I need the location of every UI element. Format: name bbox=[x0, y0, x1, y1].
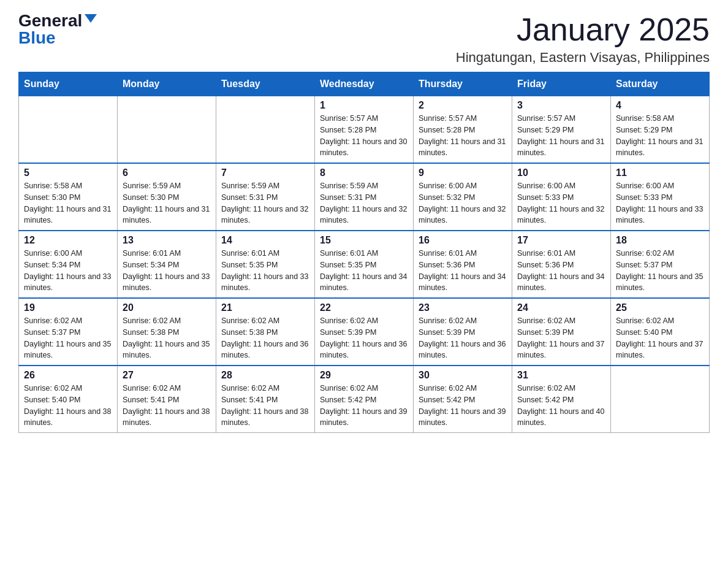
calendar-cell: 7Sunrise: 5:59 AM Sunset: 5:31 PM Daylig… bbox=[216, 163, 315, 231]
calendar-cell: 18Sunrise: 6:02 AM Sunset: 5:37 PM Dayli… bbox=[611, 231, 710, 298]
day-number: 24 bbox=[517, 302, 605, 313]
day-number: 26 bbox=[24, 370, 112, 381]
calendar-week-row: 5Sunrise: 5:58 AM Sunset: 5:30 PM Daylig… bbox=[19, 163, 710, 231]
day-info: Sunrise: 6:02 AM Sunset: 5:41 PM Dayligh… bbox=[221, 383, 309, 429]
day-number: 4 bbox=[616, 100, 704, 111]
day-info: Sunrise: 5:58 AM Sunset: 5:30 PM Dayligh… bbox=[24, 180, 112, 226]
day-info: Sunrise: 6:02 AM Sunset: 5:42 PM Dayligh… bbox=[419, 383, 507, 429]
calendar-subtitle: Hingatungan, Eastern Visayas, Philippine… bbox=[456, 50, 710, 66]
day-info: Sunrise: 6:01 AM Sunset: 5:36 PM Dayligh… bbox=[517, 248, 605, 294]
day-info: Sunrise: 6:02 AM Sunset: 5:37 PM Dayligh… bbox=[616, 248, 704, 294]
day-number: 18 bbox=[616, 235, 704, 246]
day-info: Sunrise: 5:59 AM Sunset: 5:30 PM Dayligh… bbox=[123, 180, 211, 226]
calendar-cell: 17Sunrise: 6:01 AM Sunset: 5:36 PM Dayli… bbox=[512, 231, 611, 298]
calendar-cell: 8Sunrise: 5:59 AM Sunset: 5:31 PM Daylig… bbox=[315, 163, 414, 231]
logo: General Blue bbox=[18, 12, 97, 47]
calendar-cell: 19Sunrise: 6:02 AM Sunset: 5:37 PM Dayli… bbox=[19, 298, 118, 366]
calendar-week-row: 12Sunrise: 6:00 AM Sunset: 5:34 PM Dayli… bbox=[19, 231, 710, 298]
column-header-tuesday: Tuesday bbox=[216, 72, 315, 96]
calendar-cell: 27Sunrise: 6:02 AM Sunset: 5:41 PM Dayli… bbox=[118, 366, 216, 433]
day-number: 13 bbox=[123, 235, 211, 246]
calendar-title: January 2025 bbox=[456, 12, 710, 47]
calendar-cell: 16Sunrise: 6:01 AM Sunset: 5:36 PM Dayli… bbox=[414, 231, 512, 298]
day-number: 20 bbox=[123, 302, 211, 313]
day-info: Sunrise: 5:57 AM Sunset: 5:28 PM Dayligh… bbox=[320, 113, 408, 159]
day-number: 9 bbox=[419, 167, 507, 178]
day-number: 19 bbox=[24, 302, 112, 313]
calendar-header-row: SundayMondayTuesdayWednesdayThursdayFrid… bbox=[19, 72, 710, 96]
column-header-wednesday: Wednesday bbox=[315, 72, 414, 96]
calendar-cell: 26Sunrise: 6:02 AM Sunset: 5:40 PM Dayli… bbox=[19, 366, 118, 433]
day-info: Sunrise: 6:02 AM Sunset: 5:42 PM Dayligh… bbox=[517, 383, 605, 429]
calendar-cell: 12Sunrise: 6:00 AM Sunset: 5:34 PM Dayli… bbox=[19, 231, 118, 298]
calendar-cell: 10Sunrise: 6:00 AM Sunset: 5:33 PM Dayli… bbox=[512, 163, 611, 231]
day-info: Sunrise: 6:02 AM Sunset: 5:37 PM Dayligh… bbox=[24, 315, 112, 361]
day-info: Sunrise: 6:01 AM Sunset: 5:34 PM Dayligh… bbox=[123, 248, 211, 294]
day-number: 11 bbox=[616, 167, 704, 178]
calendar-cell: 25Sunrise: 6:02 AM Sunset: 5:40 PM Dayli… bbox=[611, 298, 710, 366]
day-number: 29 bbox=[320, 370, 408, 381]
day-info: Sunrise: 6:00 AM Sunset: 5:33 PM Dayligh… bbox=[517, 180, 605, 226]
day-info: Sunrise: 6:01 AM Sunset: 5:35 PM Dayligh… bbox=[320, 248, 408, 294]
day-number: 7 bbox=[221, 167, 309, 178]
calendar-cell: 9Sunrise: 6:00 AM Sunset: 5:32 PM Daylig… bbox=[414, 163, 512, 231]
day-number: 1 bbox=[320, 100, 408, 111]
calendar-cell: 31Sunrise: 6:02 AM Sunset: 5:42 PM Dayli… bbox=[512, 366, 611, 433]
day-info: Sunrise: 6:01 AM Sunset: 5:35 PM Dayligh… bbox=[221, 248, 309, 294]
day-info: Sunrise: 5:58 AM Sunset: 5:29 PM Dayligh… bbox=[616, 113, 704, 159]
day-number: 28 bbox=[221, 370, 309, 381]
calendar-cell: 2Sunrise: 5:57 AM Sunset: 5:28 PM Daylig… bbox=[414, 96, 512, 164]
calendar-cell: 4Sunrise: 5:58 AM Sunset: 5:29 PM Daylig… bbox=[611, 96, 710, 164]
calendar-cell bbox=[19, 96, 118, 164]
day-info: Sunrise: 6:02 AM Sunset: 5:42 PM Dayligh… bbox=[320, 383, 408, 429]
day-info: Sunrise: 5:57 AM Sunset: 5:28 PM Dayligh… bbox=[419, 113, 507, 159]
day-number: 12 bbox=[24, 235, 112, 246]
column-header-saturday: Saturday bbox=[611, 72, 710, 96]
day-number: 25 bbox=[616, 302, 704, 313]
calendar-week-row: 1Sunrise: 5:57 AM Sunset: 5:28 PM Daylig… bbox=[19, 96, 710, 164]
day-info: Sunrise: 6:02 AM Sunset: 5:39 PM Dayligh… bbox=[517, 315, 605, 361]
day-number: 31 bbox=[517, 370, 605, 381]
calendar-cell: 30Sunrise: 6:02 AM Sunset: 5:42 PM Dayli… bbox=[414, 366, 512, 433]
logo-triangle-icon bbox=[85, 14, 97, 23]
calendar-cell: 23Sunrise: 6:02 AM Sunset: 5:39 PM Dayli… bbox=[414, 298, 512, 366]
calendar-cell: 3Sunrise: 5:57 AM Sunset: 5:29 PM Daylig… bbox=[512, 96, 611, 164]
logo-general: General bbox=[18, 12, 82, 29]
day-number: 6 bbox=[123, 167, 211, 178]
calendar-cell: 22Sunrise: 6:02 AM Sunset: 5:39 PM Dayli… bbox=[315, 298, 414, 366]
day-number: 15 bbox=[320, 235, 408, 246]
day-info: Sunrise: 6:02 AM Sunset: 5:38 PM Dayligh… bbox=[123, 315, 211, 361]
calendar-week-row: 26Sunrise: 6:02 AM Sunset: 5:40 PM Dayli… bbox=[19, 366, 710, 433]
column-header-friday: Friday bbox=[512, 72, 611, 96]
day-info: Sunrise: 6:02 AM Sunset: 5:39 PM Dayligh… bbox=[419, 315, 507, 361]
title-block: January 2025 Hingatungan, Eastern Visaya… bbox=[456, 12, 710, 66]
day-info: Sunrise: 6:02 AM Sunset: 5:39 PM Dayligh… bbox=[320, 315, 408, 361]
calendar-cell: 5Sunrise: 5:58 AM Sunset: 5:30 PM Daylig… bbox=[19, 163, 118, 231]
day-number: 5 bbox=[24, 167, 112, 178]
day-number: 22 bbox=[320, 302, 408, 313]
day-number: 2 bbox=[419, 100, 507, 111]
page-header: General Blue January 2025 Hingatungan, E… bbox=[18, 12, 710, 66]
day-info: Sunrise: 6:02 AM Sunset: 5:40 PM Dayligh… bbox=[616, 315, 704, 361]
day-number: 21 bbox=[221, 302, 309, 313]
calendar-cell: 28Sunrise: 6:02 AM Sunset: 5:41 PM Dayli… bbox=[216, 366, 315, 433]
calendar-cell: 14Sunrise: 6:01 AM Sunset: 5:35 PM Dayli… bbox=[216, 231, 315, 298]
calendar-cell: 13Sunrise: 6:01 AM Sunset: 5:34 PM Dayli… bbox=[118, 231, 216, 298]
day-info: Sunrise: 6:01 AM Sunset: 5:36 PM Dayligh… bbox=[419, 248, 507, 294]
calendar-cell bbox=[216, 96, 315, 164]
calendar-cell: 24Sunrise: 6:02 AM Sunset: 5:39 PM Dayli… bbox=[512, 298, 611, 366]
day-number: 14 bbox=[221, 235, 309, 246]
calendar-cell: 20Sunrise: 6:02 AM Sunset: 5:38 PM Dayli… bbox=[118, 298, 216, 366]
day-info: Sunrise: 6:00 AM Sunset: 5:34 PM Dayligh… bbox=[24, 248, 112, 294]
calendar-cell: 6Sunrise: 5:59 AM Sunset: 5:30 PM Daylig… bbox=[118, 163, 216, 231]
calendar-cell: 29Sunrise: 6:02 AM Sunset: 5:42 PM Dayli… bbox=[315, 366, 414, 433]
day-number: 3 bbox=[517, 100, 605, 111]
day-info: Sunrise: 5:57 AM Sunset: 5:29 PM Dayligh… bbox=[517, 113, 605, 159]
calendar-cell bbox=[611, 366, 710, 433]
column-header-monday: Monday bbox=[118, 72, 216, 96]
day-info: Sunrise: 6:02 AM Sunset: 5:41 PM Dayligh… bbox=[123, 383, 211, 429]
day-info: Sunrise: 6:00 AM Sunset: 5:33 PM Dayligh… bbox=[616, 180, 704, 226]
day-info: Sunrise: 6:02 AM Sunset: 5:40 PM Dayligh… bbox=[24, 383, 112, 429]
calendar-cell: 1Sunrise: 5:57 AM Sunset: 5:28 PM Daylig… bbox=[315, 96, 414, 164]
day-number: 16 bbox=[419, 235, 507, 246]
